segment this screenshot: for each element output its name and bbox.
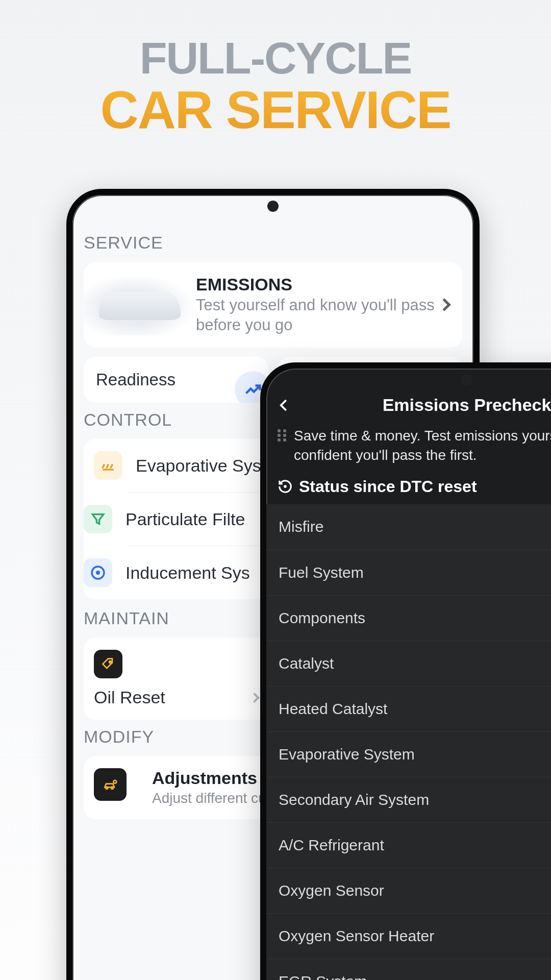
oil-reset-label: Oil Reset	[94, 688, 165, 707]
status-row-name: A/C Refrigerant	[279, 837, 384, 854]
status-row[interactable]: ComponentsPASS	[266, 595, 551, 641]
car-illustration	[84, 274, 196, 335]
svg-point-2	[96, 571, 100, 575]
status-row[interactable]: Evaporative SystemPASS	[266, 731, 551, 777]
control-item-label: Inducement Sys	[126, 563, 250, 583]
status-row[interactable]: EGR SystemPASS	[266, 959, 551, 980]
status-list: MisfirePASSFuel SystemPASSComponentsPASS…	[266, 504, 551, 980]
svg-point-6	[113, 780, 116, 783]
emissions-card[interactable]: EMISSIONS Test yourself and know you'll …	[84, 262, 462, 348]
control-item-label: Particulate Filte	[126, 509, 245, 529]
headline-line2: CAR SERVICE	[0, 81, 551, 139]
status-row-name: Evaporative System	[279, 746, 415, 763]
status-row[interactable]: CatalystPASS	[266, 641, 551, 686]
status-row[interactable]: Oxygen Sensor HeaterPASS	[266, 913, 551, 959]
chevron-right-icon	[249, 693, 260, 703]
phone-front: Emissions Precheck Save time & money. Te…	[260, 362, 551, 980]
marketing-headline: FULL-CYCLE CAR SERVICE	[0, 0, 551, 139]
heat-waves-icon	[94, 451, 122, 480]
status-row-name: Secondary Air System	[279, 791, 429, 808]
status-row[interactable]: Secondary Air SystemPASS	[266, 777, 551, 822]
intro-banner: Save time & money. Test emissions yourse…	[266, 423, 551, 472]
emissions-subtitle: Test yourself and know you'll pass befor…	[196, 296, 435, 335]
headline-line1: FULL-CYCLE	[0, 36, 551, 81]
intro-text: Save time & money. Test emissions yourse…	[294, 426, 551, 465]
status-row-name: Fuel System	[279, 564, 364, 581]
readiness-label: Readiness	[96, 370, 176, 389]
status-row-name: Oxygen Sensor Heater	[279, 927, 434, 945]
status-row-name: Oxygen Sensor	[279, 882, 384, 899]
page-title: Emissions Precheck	[276, 395, 551, 415]
status-row-name: Components	[279, 609, 365, 627]
emissions-title: EMISSIONS	[196, 275, 435, 295]
filter-funnel-icon	[84, 505, 112, 533]
car-gear-icon	[94, 768, 127, 801]
status-row[interactable]: Fuel SystemPASS	[266, 550, 551, 595]
status-section-header: Status since DTC reset	[266, 472, 551, 504]
status-row-name: Catalyst	[279, 655, 334, 672]
status-row[interactable]: Heated CatalystPASS	[266, 686, 551, 731]
svg-point-7	[284, 485, 287, 488]
oil-reset-tile[interactable]: Oil Reset	[84, 638, 268, 720]
chevron-right-icon	[438, 298, 450, 311]
control-item-label: Evaporative Sys	[136, 456, 261, 476]
status-row-name: EGR System	[279, 973, 367, 980]
status-row-name: Misfire	[279, 518, 323, 535]
readiness-card[interactable]: Readiness	[84, 357, 268, 403]
status-row-name: Heated Catalyst	[279, 700, 387, 718]
svg-point-3	[109, 661, 111, 663]
refresh-circle-icon	[84, 558, 112, 587]
status-row[interactable]: MisfirePASS	[266, 504, 551, 550]
status-row[interactable]: Oxygen SensorNOT PASS	[266, 868, 551, 913]
section-service-title: SERVICE	[84, 233, 462, 253]
drag-handle-icon	[278, 429, 287, 442]
status-row[interactable]: A/C RefrigerantPASS	[266, 822, 551, 868]
reset-history-icon	[278, 479, 293, 494]
oil-tag-icon	[94, 650, 122, 678]
